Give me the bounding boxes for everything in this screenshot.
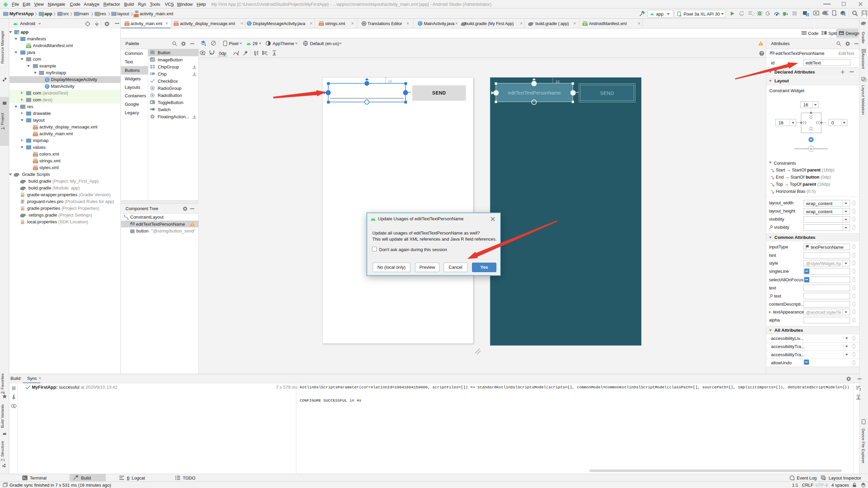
svg-text:?: ? [761, 52, 763, 55]
svg-text:A: A [740, 13, 742, 16]
svg-text:<>: <> [135, 14, 138, 17]
svg-text:50: 50 [810, 147, 813, 150]
